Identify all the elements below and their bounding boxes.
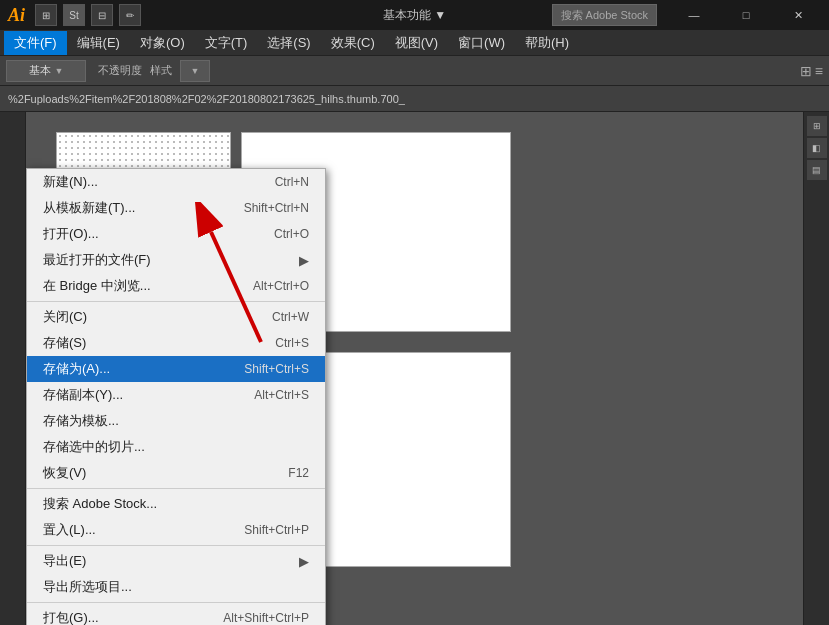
dropdown-item[interactable]: 恢复(V)F12 [27, 460, 325, 486]
dropdown-item-label: 新建(N)... [43, 173, 255, 191]
minimize-button[interactable]: — [671, 0, 717, 30]
dropdown-item-shortcut: Ctrl+N [275, 175, 309, 189]
dropdown-item-label: 最近打开的文件(F) [43, 251, 291, 269]
dropdown-item[interactable]: 存储副本(Y)...Alt+Ctrl+S [27, 382, 325, 408]
dropdown-item-label: 存储(S) [43, 334, 255, 352]
dropdown-item-shortcut: Ctrl+W [272, 310, 309, 324]
dropdown-item[interactable]: 关闭(C)Ctrl+W [27, 304, 325, 330]
toolbar-icon-2[interactable]: St [63, 4, 85, 26]
main-area: 新建(N)...Ctrl+N从模板新建(T)...Shift+Ctrl+N打开(… [0, 112, 829, 625]
dropdown-item-arrow: ▶ [299, 554, 309, 569]
menu-select[interactable]: 选择(S) [257, 31, 320, 55]
menu-file[interactable]: 文件(F) [4, 31, 67, 55]
canvas-area: 新建(N)...Ctrl+N从模板新建(T)...Shift+Ctrl+N打开(… [26, 112, 803, 625]
dropdown-item[interactable]: 导出(E)▶ [27, 548, 325, 574]
dropdown-item-label: 在 Bridge 中浏览... [43, 277, 233, 295]
dropdown-item-shortcut: Ctrl+O [274, 227, 309, 241]
dropdown-item-label: 从模板新建(T)... [43, 199, 224, 217]
dropdown-item[interactable]: 打开(O)...Ctrl+O [27, 221, 325, 247]
menu-divider [27, 602, 325, 603]
dropdown-item-shortcut: Alt+Ctrl+O [253, 279, 309, 293]
mode-label: 基本 [29, 63, 51, 78]
dropdown-item-label: 打包(G)... [43, 609, 203, 625]
align-icon[interactable]: ⊞ [800, 63, 812, 79]
right-panel: ⊞ ◧ ▤ [803, 112, 829, 625]
dropdown-item[interactable]: 导出所选项目... [27, 574, 325, 600]
dropdown-item[interactable]: 存储为(A)...Shift+Ctrl+S [27, 356, 325, 382]
right-icon-3[interactable]: ▤ [807, 160, 827, 180]
opacity-label: 不透明度 [98, 63, 142, 78]
app-logo: Ai [8, 5, 25, 26]
right-icon-1[interactable]: ⊞ [807, 116, 827, 136]
toolbar-icon-1[interactable]: ⊞ [35, 4, 57, 26]
dropdown-item[interactable]: 存储选中的切片... [27, 434, 325, 460]
dropdown-item-label: 搜索 Adobe Stock... [43, 495, 309, 513]
menu-window[interactable]: 窗口(W) [448, 31, 515, 55]
menu-help[interactable]: 帮助(H) [515, 31, 579, 55]
dropdown-item-shortcut: Shift+Ctrl+S [244, 362, 309, 376]
dropdown-item[interactable]: 在 Bridge 中浏览...Alt+Ctrl+O [27, 273, 325, 299]
menu-divider [27, 488, 325, 489]
toolbar: 基本 ▼ 不透明度 样式 ▼ ⊞ ≡ [0, 56, 829, 86]
menu-divider [27, 545, 325, 546]
menu-view[interactable]: 视图(V) [385, 31, 448, 55]
dropdown-item[interactable]: 最近打开的文件(F)▶ [27, 247, 325, 273]
dropdown-item-label: 存储副本(Y)... [43, 386, 234, 404]
dropdown-item-label: 导出所选项目... [43, 578, 309, 596]
color-dropdown[interactable]: ▼ [180, 60, 210, 82]
dropdown-item-label: 打开(O)... [43, 225, 254, 243]
dropdown-item[interactable]: 打包(G)...Alt+Shift+Ctrl+P [27, 605, 325, 625]
dropdown-item[interactable]: 从模板新建(T)...Shift+Ctrl+N [27, 195, 325, 221]
menu-text[interactable]: 文字(T) [195, 31, 258, 55]
menu-divider [27, 301, 325, 302]
dropdown-item-label: 存储为模板... [43, 412, 309, 430]
address-bar: %2Fuploads%2Fitem%2F201808%2F02%2F201808… [0, 86, 829, 112]
dropdown-item-label: 关闭(C) [43, 308, 252, 326]
toolbar-icon-3[interactable]: ⊟ [91, 4, 113, 26]
dropdown-item[interactable]: 搜索 Adobe Stock... [27, 491, 325, 517]
dropdown-item-shortcut: F12 [288, 466, 309, 480]
toolbar-right-icons: ⊞ ≡ [800, 63, 823, 79]
dropdown-item-shortcut: Shift+Ctrl+P [244, 523, 309, 537]
close-button[interactable]: ✕ [775, 0, 821, 30]
dropdown-item-label: 导出(E) [43, 552, 291, 570]
left-panel [0, 112, 26, 625]
dropdown-item-shortcut: Ctrl+S [275, 336, 309, 350]
url-text: %2Fuploads%2Fitem%2F201808%2F02%2F201808… [8, 93, 405, 105]
app-title: 基本功能 ▼ [383, 7, 446, 24]
dropdown-item[interactable]: 存储为模板... [27, 408, 325, 434]
maximize-button[interactable]: □ [723, 0, 769, 30]
menu-object[interactable]: 对象(O) [130, 31, 195, 55]
dropdown-item-shortcut: Alt+Ctrl+S [254, 388, 309, 402]
file-dropdown-menu: 新建(N)...Ctrl+N从模板新建(T)...Shift+Ctrl+N打开(… [26, 168, 326, 625]
dropdown-item[interactable]: 新建(N)...Ctrl+N [27, 169, 325, 195]
toolbar-icon-4[interactable]: ✏ [119, 4, 141, 26]
dropdown-item-label: 存储为(A)... [43, 360, 224, 378]
dropdown-item-label: 置入(L)... [43, 521, 224, 539]
style-label: 样式 [150, 63, 172, 78]
dropdown-item-shortcut: Shift+Ctrl+N [244, 201, 309, 215]
dropdown-item-shortcut: Alt+Shift+Ctrl+P [223, 611, 309, 625]
dropdown-item-label: 恢复(V) [43, 464, 268, 482]
dropdown-item[interactable]: 存储(S)Ctrl+S [27, 330, 325, 356]
title-bar: Ai ⊞ St ⊟ ✏ 基本功能 ▼ 搜索 Adobe Stock — □ ✕ [0, 0, 829, 30]
menu-bar: 文件(F) 编辑(E) 对象(O) 文字(T) 选择(S) 效果(C) 视图(V… [0, 30, 829, 56]
dropdown-item-arrow: ▶ [299, 253, 309, 268]
search-placeholder: 搜索 Adobe Stock [561, 8, 648, 23]
menu-effect[interactable]: 效果(C) [321, 31, 385, 55]
mode-dropdown[interactable]: 基本 ▼ [6, 60, 86, 82]
menu-edit[interactable]: 编辑(E) [67, 31, 130, 55]
right-icon-2[interactable]: ◧ [807, 138, 827, 158]
dropdown-item[interactable]: 置入(L)...Shift+Ctrl+P [27, 517, 325, 543]
arrange-icon[interactable]: ≡ [815, 63, 823, 79]
dropdown-item-label: 存储选中的切片... [43, 438, 309, 456]
